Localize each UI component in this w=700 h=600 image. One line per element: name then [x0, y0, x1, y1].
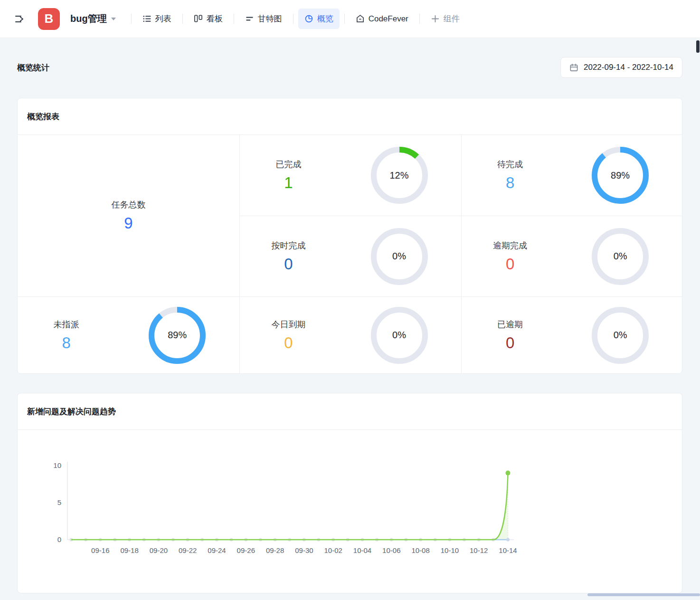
- plus-icon: [431, 14, 440, 23]
- unassigned-progress-ring: 89%: [149, 307, 206, 364]
- add-component-button[interactable]: 组件: [425, 9, 466, 29]
- trend-card: 新增问题及解决问题趋势 051009-1609-1809-2009-2209-2…: [17, 393, 682, 593]
- sidebar-toggle-button[interactable]: [12, 12, 27, 26]
- stat-value: 0: [506, 255, 514, 273]
- tab-gantt[interactable]: 甘特图: [239, 9, 288, 29]
- tab-label: 概览: [317, 13, 333, 24]
- overdue-progress-ring: 0%: [592, 307, 649, 364]
- sidebar-expand-icon: [14, 13, 25, 25]
- calendar-icon: [569, 63, 578, 72]
- ring-percent-label: 0%: [592, 307, 649, 364]
- stat-label: 未指派: [54, 319, 79, 330]
- stat-cell-unassigned: 未指派 8 89%: [18, 296, 239, 373]
- gantt-icon: [245, 14, 254, 23]
- ring-percent-label: 89%: [592, 147, 649, 204]
- section-header: 概览统计 2022-09-14 - 2022-10-14: [17, 56, 682, 79]
- stat-label: 待完成: [497, 159, 523, 170]
- ring-percent-label: 0%: [371, 228, 428, 285]
- date-range-value: 2022-09-14 - 2022-10-14: [584, 63, 673, 72]
- svg-text:10-12: 10-12: [470, 546, 488, 554]
- project-logo[interactable]: B: [38, 8, 60, 30]
- stat-label: 逾期完成: [493, 240, 527, 251]
- page-title: 概览统计: [17, 62, 49, 73]
- svg-text:10-10: 10-10: [441, 546, 459, 554]
- overview-report-card: 概览报表 任务总数 9 已完成 1 12%: [17, 98, 682, 374]
- stat-label: 按时完成: [272, 240, 306, 251]
- stat-value: 8: [62, 334, 71, 352]
- svg-text:09-20: 09-20: [150, 546, 168, 554]
- stat-cell-due-today: 今日到期 0 0%: [239, 296, 461, 373]
- tab-kanban[interactable]: 看板: [188, 9, 229, 29]
- chevron-down-icon: [111, 18, 116, 20]
- completed-progress-ring: 12%: [371, 147, 428, 204]
- tab-list[interactable]: 列表: [136, 9, 178, 29]
- stat-label: 已完成: [276, 159, 302, 170]
- trend-card-title: 新增问题及解决问题趋势: [18, 393, 682, 430]
- project-title-dropdown[interactable]: bug管理: [70, 12, 116, 25]
- ring-percent-label: 12%: [371, 147, 428, 204]
- due-today-progress-ring: 0%: [371, 307, 428, 364]
- date-range-button[interactable]: 2022-09-14 - 2022-10-14: [560, 57, 682, 78]
- stat-cell-total: 任务总数 9: [18, 135, 239, 296]
- tab-label: 组件: [444, 13, 460, 24]
- stat-label: 今日到期: [272, 319, 306, 330]
- top-nav: B bug管理 列表 看板 甘特图 概览: [0, 0, 700, 38]
- stat-label: 已逾期: [497, 319, 523, 330]
- svg-text:09-16: 09-16: [91, 546, 109, 554]
- tab-overview[interactable]: 概览: [298, 9, 340, 29]
- stat-value: 0: [284, 255, 293, 273]
- svg-text:10-14: 10-14: [499, 546, 517, 554]
- svg-text:10-04: 10-04: [353, 546, 371, 554]
- trend-line-chart: 051009-1609-1809-2009-2209-2409-2609-280…: [18, 430, 682, 593]
- kanban-icon: [194, 14, 203, 23]
- svg-text:10-06: 10-06: [382, 546, 400, 554]
- stat-cell-ontime: 按时完成 0 0%: [239, 216, 461, 296]
- nav-divider: [344, 14, 345, 24]
- svg-text:09-22: 09-22: [179, 546, 197, 554]
- project-title: bug管理: [70, 12, 107, 25]
- stat-value: 0: [284, 334, 293, 352]
- stat-value: 1: [284, 174, 293, 192]
- pending-progress-ring: 89%: [592, 147, 649, 204]
- svg-text:09-24: 09-24: [208, 546, 226, 554]
- stat-value: 0: [506, 334, 514, 352]
- nav-divider: [131, 14, 132, 24]
- ring-percent-label: 0%: [592, 228, 649, 285]
- svg-text:10: 10: [53, 461, 61, 469]
- horizontal-scrollbar-thumb[interactable]: [587, 593, 700, 596]
- svg-text:09-30: 09-30: [295, 546, 313, 554]
- vertical-scrollbar-thumb[interactable]: [696, 40, 700, 53]
- nav-divider: [182, 14, 183, 24]
- ring-percent-label: 0%: [371, 307, 428, 364]
- nav-divider: [419, 14, 420, 24]
- list-icon: [142, 14, 151, 23]
- tab-label: CodeFever: [369, 14, 408, 24]
- svg-text:10-08: 10-08: [411, 546, 429, 554]
- tab-label: 甘特图: [258, 13, 282, 24]
- report-card-title: 概览报表: [18, 98, 682, 135]
- ontime-progress-ring: 0%: [371, 228, 428, 285]
- svg-text:5: 5: [57, 498, 61, 506]
- tab-label: 看板: [207, 13, 223, 24]
- nav-divider: [293, 14, 293, 24]
- stat-label: 任务总数: [112, 199, 146, 210]
- stats-grid: 任务总数 9 已完成 1 12% 待完成: [18, 135, 682, 373]
- tab-codefever[interactable]: CodeFever: [350, 10, 415, 29]
- pie-chart-icon: [304, 14, 313, 23]
- stat-value: 9: [124, 214, 132, 232]
- stat-cell-pending: 待完成 8 89%: [461, 135, 682, 216]
- overdue-done-progress-ring: 0%: [592, 228, 649, 285]
- svg-text:09-26: 09-26: [237, 546, 255, 554]
- stat-value: 8: [506, 174, 514, 192]
- project-logo-letter: B: [45, 11, 54, 26]
- nav-divider: [234, 14, 234, 24]
- stat-cell-overdue-done: 逾期完成 0 0%: [461, 216, 682, 296]
- svg-text:0: 0: [57, 535, 61, 543]
- codefever-icon: [356, 14, 365, 23]
- svg-text:09-28: 09-28: [266, 546, 284, 554]
- stat-cell-completed: 已完成 1 12%: [239, 135, 461, 216]
- svg-text:09-18: 09-18: [120, 546, 138, 554]
- svg-text:10-02: 10-02: [324, 546, 342, 554]
- ring-percent-label: 89%: [149, 307, 206, 364]
- tab-label: 列表: [155, 13, 171, 24]
